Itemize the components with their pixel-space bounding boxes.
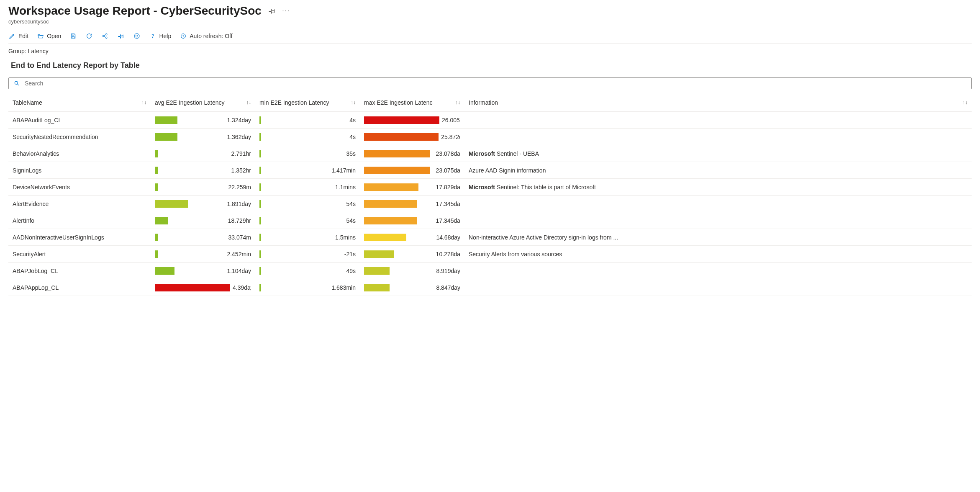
search-icon <box>13 80 21 87</box>
table-row[interactable]: AADNonInteractiveUserSignInLogs 33.074m … <box>8 229 972 246</box>
share-button[interactable] <box>101 32 109 40</box>
help-label: Help <box>159 33 171 39</box>
col-max[interactable]: max E2E Ingestion Latenc ↑↓ <box>360 99 464 106</box>
share-icon <box>101 32 109 40</box>
pin-button[interactable] <box>117 32 125 40</box>
cell-tablename: BehaviorAnalytics <box>8 150 151 157</box>
sort-icon: ↑↓ <box>351 100 356 106</box>
latency-table: TableName ↑↓ avg E2E Ingestion Latency ↑… <box>8 93 972 296</box>
table-row[interactable]: DeviceNetworkEvents 22.259m 1.1mins 17.8… <box>8 179 972 196</box>
cell-max: 25.872da <box>360 133 464 141</box>
section-title: End to End Latency Report by Table <box>11 61 972 70</box>
feedback-button[interactable] <box>133 32 141 40</box>
table-row[interactable]: BehaviorAnalytics 2.791hr 35s 23.078da M… <box>8 145 972 162</box>
svg-point-6 <box>153 37 153 38</box>
save-button[interactable] <box>69 32 77 40</box>
cell-avg: 1.891day <box>151 200 255 208</box>
smiley-icon <box>133 32 141 40</box>
history-icon <box>180 32 187 40</box>
cell-min: 1.417min <box>255 167 360 174</box>
subtitle: cybersecuritysoc <box>8 18 972 25</box>
cell-min: -21s <box>255 250 360 258</box>
cell-info: Microsoft Sentinel: This table is part o… <box>464 184 972 191</box>
group-label: Group: Latency <box>8 48 972 54</box>
svg-point-7 <box>15 81 18 84</box>
cell-tablename: AlertInfo <box>8 217 151 224</box>
cell-max: 23.075da <box>360 167 464 174</box>
table-row[interactable]: ABAPAuditLog_CL 1.324day 4s 26.005da <box>8 112 972 129</box>
svg-point-3 <box>134 33 139 39</box>
cell-min: 4s <box>255 116 360 124</box>
cell-tablename: ABAPAppLog_CL <box>8 284 151 291</box>
cell-tablename: SigninLogs <box>8 167 151 174</box>
cell-avg: 2.452min <box>151 250 255 258</box>
more-icon[interactable]: ··· <box>282 7 290 15</box>
col-info[interactable]: Information ↑↓ <box>464 99 972 106</box>
sort-icon: ↑↓ <box>455 100 460 106</box>
cell-info: Microsoft Sentinel - UEBA <box>464 150 972 157</box>
svg-point-4 <box>136 35 136 36</box>
cell-min: 49s <box>255 267 360 275</box>
cell-max: 17.345da <box>360 200 464 208</box>
svg-point-5 <box>138 35 138 36</box>
search-input[interactable] <box>24 80 967 87</box>
table-row[interactable]: SecurityNestedRecommendation 1.362day 4s… <box>8 129 972 145</box>
cell-info: Azure AAD Signin information <box>464 167 972 174</box>
col-min[interactable]: min E2E Ingestion Latency ↑↓ <box>255 99 360 106</box>
cell-tablename: SecurityNestedRecommendation <box>8 134 151 140</box>
save-icon <box>69 32 77 40</box>
cell-min: 54s <box>255 217 360 224</box>
cell-avg: 1.352hr <box>151 167 255 174</box>
pin-icon[interactable] <box>268 7 276 15</box>
page-title: Workspace Usage Report - CyberSecuritySo… <box>8 4 262 18</box>
command-bar: Edit Open <box>8 32 972 44</box>
cell-avg: 33.074m <box>151 234 255 241</box>
cell-avg: 2.791hr <box>151 150 255 157</box>
open-button[interactable]: Open <box>37 32 61 40</box>
auto-refresh-label: Auto refresh: Off <box>190 33 232 39</box>
cell-min: 1.1mins <box>255 183 360 191</box>
auto-refresh-button[interactable]: Auto refresh: Off <box>180 32 232 40</box>
col-avg[interactable]: avg E2E Ingestion Latency ↑↓ <box>151 99 255 106</box>
cell-max: 26.005da <box>360 116 464 124</box>
cell-max: 14.68day <box>360 234 464 241</box>
cell-min: 35s <box>255 150 360 157</box>
col-tablename[interactable]: TableName ↑↓ <box>8 99 151 106</box>
sort-icon: ↑↓ <box>246 100 251 106</box>
cell-avg: 1.104day <box>151 267 255 275</box>
cell-avg: 1.362day <box>151 133 255 141</box>
cell-max: 10.278da <box>360 250 464 258</box>
refresh-button[interactable] <box>85 32 93 40</box>
cell-tablename: AlertEvidence <box>8 201 151 207</box>
cell-avg: 1.324day <box>151 116 255 124</box>
edit-label: Edit <box>18 33 28 39</box>
cell-min: 1.683min <box>255 284 360 291</box>
cell-avg: 22.259m <box>151 183 255 191</box>
sort-icon: ↑↓ <box>962 100 967 106</box>
cell-min: 4s <box>255 133 360 141</box>
refresh-icon <box>85 32 93 40</box>
table-row[interactable]: ABAPAppLog_CL 4.39days 1.683min 8.847day <box>8 279 972 296</box>
open-label: Open <box>47 33 61 39</box>
question-icon <box>149 32 156 40</box>
cell-min: 54s <box>255 200 360 208</box>
cell-avg: 4.39days <box>151 284 255 291</box>
edit-button[interactable]: Edit <box>8 32 28 40</box>
search-box[interactable] <box>8 77 972 89</box>
help-button[interactable]: Help <box>149 32 171 40</box>
pin-outline-icon <box>117 32 125 40</box>
cell-tablename: ABAPAuditLog_CL <box>8 117 151 124</box>
cell-max: 8.847day <box>360 284 464 291</box>
table-row[interactable]: SecurityAlert 2.452min -21s 10.278da Sec… <box>8 246 972 263</box>
sort-icon: ↑↓ <box>141 100 146 106</box>
table-row[interactable]: SigninLogs 1.352hr 1.417min 23.075da Azu… <box>8 162 972 179</box>
cell-tablename: SecurityAlert <box>8 251 151 258</box>
table-header: TableName ↑↓ avg E2E Ingestion Latency ↑… <box>8 93 972 112</box>
cell-tablename: ABAPJobLog_CL <box>8 268 151 274</box>
cell-max: 23.078da <box>360 150 464 157</box>
cell-min: 1.5mins <box>255 234 360 241</box>
table-row[interactable]: AlertInfo 18.729hr 54s 17.345da <box>8 212 972 229</box>
cell-info: Non-interactive Azure Active Directory s… <box>464 234 972 241</box>
table-row[interactable]: AlertEvidence 1.891day 54s 17.345da <box>8 196 972 212</box>
table-row[interactable]: ABAPJobLog_CL 1.104day 49s 8.919day <box>8 263 972 279</box>
